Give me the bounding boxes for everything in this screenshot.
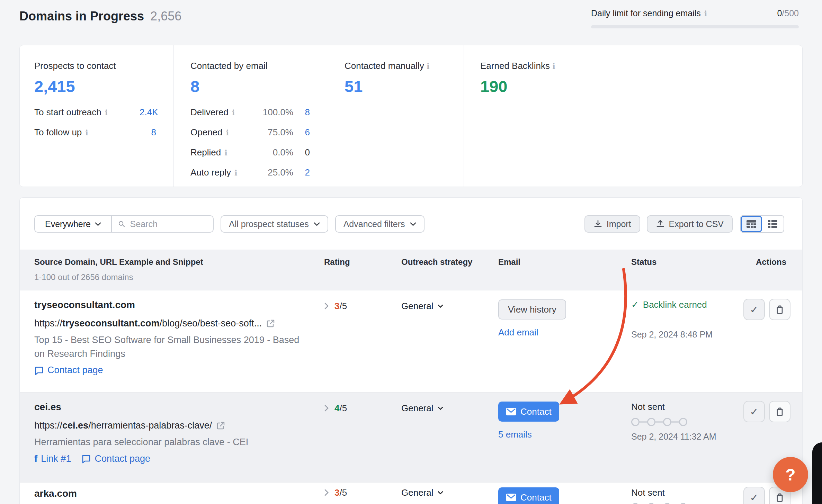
- info-icon[interactable]: ℹ: [232, 107, 235, 119]
- stat-subrow: To follow upℹ 8: [34, 126, 156, 139]
- opened-count-link[interactable]: 6: [293, 126, 310, 138]
- stat-value: 51: [345, 77, 464, 96]
- col-source-header: Source Domain, URL Example and Snippet: [34, 257, 324, 267]
- contact-page-link[interactable]: Contact page: [34, 365, 103, 376]
- rating-max: /5: [339, 301, 347, 311]
- chevron-right-icon[interactable]: [324, 489, 329, 496]
- subrow-percent: 100.0%: [253, 106, 293, 118]
- rating-number: 3: [334, 487, 339, 498]
- stat-contacted-manually: Contacted manually ℹ 51: [320, 45, 464, 187]
- rating-max: /5: [339, 403, 347, 413]
- subrow-label: To follow up: [34, 126, 82, 138]
- info-icon[interactable]: ℹ: [224, 147, 227, 159]
- info-icon[interactable]: ℹ: [226, 127, 229, 139]
- step-connector: [671, 421, 679, 423]
- export-csv-button[interactable]: Export to CSV: [647, 215, 733, 233]
- to-start-outreach-link[interactable]: 2.4K: [140, 106, 156, 118]
- col-status-header: Status: [631, 257, 741, 290]
- contact-button[interactable]: Contact: [498, 487, 559, 504]
- chevron-right-icon[interactable]: [324, 302, 329, 310]
- chevron-right-icon[interactable]: [324, 404, 329, 412]
- stat-label: Contacted by email: [190, 61, 320, 71]
- status-label: Backlink earned: [643, 299, 707, 310]
- advanced-filters-dropdown[interactable]: Advanced filters: [335, 215, 425, 233]
- external-link-icon[interactable]: [216, 421, 225, 430]
- table-view-button[interactable]: [741, 216, 762, 232]
- chevron-down-icon: [95, 222, 101, 226]
- mark-done-button[interactable]: ✓: [743, 487, 765, 504]
- outreach-strategy-dropdown[interactable]: General: [401, 487, 443, 498]
- list-view-button[interactable]: [762, 216, 784, 232]
- stat-label: Earned Backlinks ℹ: [480, 61, 802, 71]
- url-snippet: Herramientas para seleccionar palabras c…: [34, 435, 308, 449]
- info-icon[interactable]: ℹ: [234, 167, 237, 179]
- info-icon[interactable]: ℹ: [85, 127, 88, 139]
- mark-done-button[interactable]: ✓: [743, 401, 765, 422]
- chevron-down-icon: [438, 304, 443, 308]
- page-header: Domains in Progress 2,656: [19, 9, 181, 24]
- help-button[interactable]: ?: [773, 457, 808, 492]
- contact-page-link[interactable]: Contact page: [81, 453, 150, 464]
- subrow-label: Replied: [190, 146, 221, 158]
- chevron-down-icon: [438, 491, 443, 495]
- url-path: /herramientas-palabras-clave/: [88, 420, 212, 431]
- contact-button[interactable]: Contact: [498, 402, 559, 422]
- info-icon[interactable]: ℹ: [552, 62, 555, 71]
- rating-max: /5: [339, 487, 347, 498]
- rating-number: 3: [334, 301, 339, 311]
- rating-value: 4/5: [334, 403, 347, 414]
- step-dot: [679, 418, 687, 426]
- delete-button[interactable]: [769, 401, 790, 422]
- screen-corner-overlay: [812, 442, 822, 504]
- outreach-strategy-dropdown[interactable]: General: [401, 301, 443, 312]
- link-building-tool-page: Domains in Progress 2,656 Daily limit fo…: [0, 0, 822, 504]
- chat-bubble-icon: [81, 454, 91, 464]
- table-toolbar: Everywhere All prospect statuses Advance…: [34, 216, 793, 232]
- info-icon[interactable]: ℹ: [105, 107, 108, 119]
- outreach-strategy-dropdown[interactable]: General: [401, 403, 443, 414]
- to-follow-up-link[interactable]: 8: [140, 126, 156, 138]
- daily-limit-widget: Daily limit for sending emails ℹ 0/500: [591, 8, 799, 28]
- contact-button-label: Contact: [520, 406, 552, 417]
- daily-limit-value: 0/500: [777, 8, 799, 18]
- auto-reply-count-link[interactable]: 2: [293, 166, 310, 178]
- info-icon[interactable]: ℹ: [704, 9, 707, 18]
- delete-button[interactable]: [769, 299, 790, 320]
- contact-page-label: Contact page: [95, 453, 150, 464]
- facebook-icon: f: [34, 453, 37, 464]
- url-text: https://tryseoconsultant.com/blog/seo/be…: [34, 318, 262, 329]
- mark-done-button[interactable]: ✓: [743, 299, 765, 320]
- search-scope-dropdown[interactable]: Everywhere: [35, 216, 112, 232]
- strategy-label: General: [401, 301, 434, 312]
- stat-value: 2,415: [34, 77, 173, 96]
- emails-count-link[interactable]: 5 emails: [498, 429, 631, 440]
- rating-value: 3/5: [334, 301, 347, 312]
- info-icon[interactable]: ℹ: [427, 62, 429, 71]
- envelope-icon: [506, 493, 516, 502]
- view-history-button[interactable]: View history: [498, 299, 566, 320]
- delivered-count-link[interactable]: 8: [293, 106, 310, 118]
- subrow-percent: 0.0%: [253, 146, 293, 158]
- subrow-label: Opened: [190, 126, 223, 138]
- add-email-link[interactable]: Add email: [498, 327, 631, 338]
- subrow-percent: 75.0%: [253, 126, 293, 138]
- search-scope-label: Everywhere: [45, 219, 91, 229]
- daily-limit-progressbar: [591, 25, 799, 28]
- stat-label-text: Contacted manually: [345, 61, 424, 71]
- url-prefix: https://: [34, 318, 62, 328]
- replied-count: 0: [293, 146, 310, 158]
- stat-subrow: Openedℹ 75.0% 6: [190, 126, 310, 139]
- facebook-link-1[interactable]: f Link #1: [34, 453, 71, 464]
- stats-panel: Prospects to contact 2,415 To start outr…: [19, 45, 803, 187]
- domains-count: 2,656: [150, 9, 181, 24]
- chat-bubble-icon: [34, 366, 44, 375]
- col-email-header: Email: [498, 257, 631, 290]
- step-dot: [663, 418, 671, 426]
- external-link-icon[interactable]: [266, 319, 275, 328]
- prospect-status-filter[interactable]: All prospect statuses: [221, 215, 328, 233]
- col-actions-header: Actions: [741, 257, 793, 290]
- import-button[interactable]: Import: [584, 215, 640, 233]
- strategy-label: General: [401, 487, 434, 498]
- url-domain: tryseoconsultant.com: [62, 318, 160, 328]
- search-input[interactable]: [129, 219, 207, 230]
